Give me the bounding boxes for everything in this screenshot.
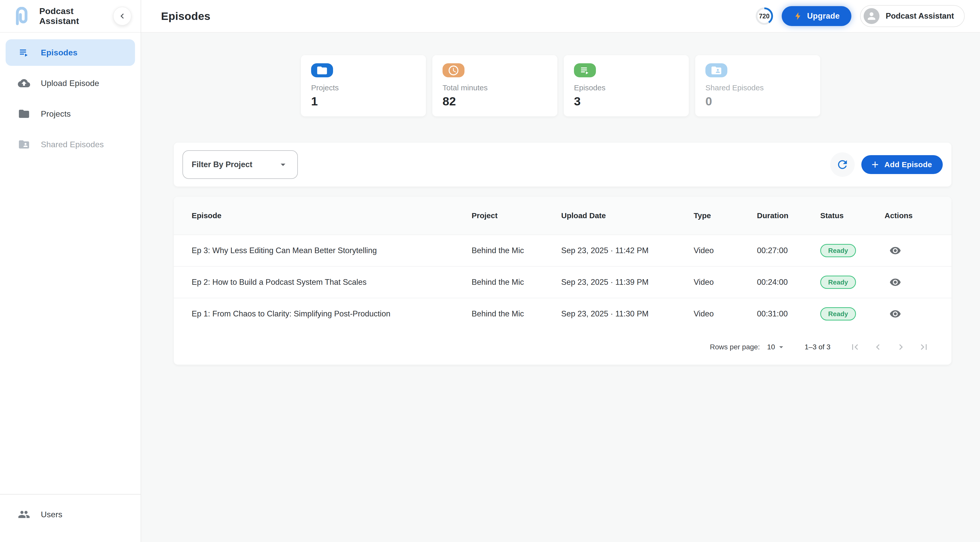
chevron-left-icon — [872, 342, 883, 353]
cell-duration: 00:24:00 — [757, 278, 820, 287]
folder-shared-icon — [18, 138, 30, 151]
topbar-actions: 720 Upgrade Podcast Assistant — [756, 5, 965, 27]
cell-project: Behind the Mic — [472, 278, 561, 287]
cell-episode: Ep 3: Why Less Editing Can Mean Better S… — [192, 246, 472, 255]
upgrade-button[interactable]: Upgrade — [782, 6, 852, 26]
stat-card-projects: Projects 1 — [301, 55, 426, 116]
toolbar-actions: Add Episode — [830, 153, 943, 177]
playlist-play-icon — [574, 63, 596, 77]
stat-value: 82 — [442, 94, 547, 108]
eye-icon — [889, 277, 901, 288]
rows-per-page-select[interactable]: 10 — [767, 342, 786, 352]
stat-label: Shared Episodes — [705, 83, 810, 92]
column-header-upload-date: Upload Date — [561, 211, 694, 220]
users-icon — [18, 508, 30, 521]
cell-episode: Ep 2: How to Build a Podcast System That… — [192, 278, 472, 287]
caret-down-icon — [277, 159, 289, 170]
view-episode-button[interactable] — [886, 305, 904, 323]
avatar — [864, 8, 880, 24]
status-badge: Ready — [820, 276, 856, 289]
stat-label: Projects — [311, 83, 416, 92]
toolbar-card: Filter By Project Add Episode — [174, 143, 951, 186]
eye-icon — [889, 245, 901, 256]
eye-icon — [889, 308, 901, 320]
column-header-type: Type — [694, 211, 757, 220]
plus-icon — [870, 159, 880, 170]
last-page-icon — [918, 342, 929, 353]
cell-episode: Ep 1: From Chaos to Clarity: Simplifying… — [192, 309, 472, 318]
stats-row: Projects 1 Total minutes 82 Episodes 3 — [141, 55, 980, 116]
playlist-play-icon — [18, 46, 30, 59]
add-episode-button[interactable]: Add Episode — [861, 155, 943, 174]
account-label: Podcast Assistant — [886, 11, 954, 21]
sidebar-collapse-button[interactable] — [113, 6, 131, 25]
cell-type: Video — [694, 246, 757, 255]
first-page-icon — [850, 342, 861, 353]
folder-icon — [311, 63, 333, 77]
sidebar-item-label: Upload Episode — [41, 79, 99, 88]
cell-type: Video — [694, 309, 757, 318]
next-page-button[interactable] — [891, 337, 911, 357]
column-header-status: Status — [820, 211, 885, 220]
stat-value: 1 — [311, 94, 416, 108]
last-page-button[interactable] — [914, 337, 934, 357]
filter-by-project-select[interactable]: Filter By Project — [183, 150, 298, 179]
status-badge: Ready — [820, 244, 856, 257]
view-episode-button[interactable] — [886, 242, 904, 260]
column-header-episode: Episode — [192, 211, 472, 220]
episodes-table: Episode Project Upload Date Type Duratio… — [174, 197, 951, 365]
sidebar-item-users[interactable]: Users — [6, 501, 135, 528]
refresh-button[interactable] — [830, 153, 855, 177]
view-episode-button[interactable] — [886, 273, 904, 291]
sidebar-item-upload-episode[interactable]: Upload Episode — [6, 70, 135, 97]
app-title: Podcast Assistant — [39, 6, 113, 26]
rows-per-page-label: Rows per page: — [710, 343, 760, 351]
content: Projects 1 Total minutes 82 Episodes 3 — [141, 33, 980, 542]
caret-down-icon — [776, 342, 786, 352]
table-row: Ep 1: From Chaos to Clarity: Simplifying… — [174, 298, 951, 329]
sidebar-item-label: Shared Episodes — [41, 140, 104, 149]
cell-upload-date: Sep 23, 2025 · 11:39 PM — [561, 278, 694, 287]
column-header-project: Project — [472, 211, 561, 220]
lightning-bolt-icon — [794, 11, 803, 21]
app-logo-icon — [14, 7, 29, 25]
cell-project: Behind the Mic — [472, 309, 561, 318]
pagination-range-label: 1–3 of 3 — [805, 343, 830, 351]
sidebar-footer: Users — [0, 494, 141, 542]
sidebar-item-projects[interactable]: Projects — [6, 100, 135, 127]
credits-value: 720 — [757, 9, 771, 23]
account-menu-button[interactable]: Podcast Assistant — [860, 5, 965, 27]
stat-label: Total minutes — [442, 83, 547, 92]
rows-per-page-value: 10 — [767, 343, 775, 351]
sidebar-item-label: Users — [41, 510, 62, 519]
stat-value: 3 — [574, 94, 679, 108]
cell-duration: 00:27:00 — [757, 246, 820, 255]
cell-upload-date: Sep 23, 2025 · 11:30 PM — [561, 309, 694, 318]
page-title: Episodes — [161, 10, 210, 22]
table-pagination: Rows per page: 10 1–3 of 3 — [174, 329, 951, 365]
sidebar: Podcast Assistant Episodes Upload Episod… — [0, 0, 141, 542]
stat-label: Episodes — [574, 83, 679, 92]
sidebar-nav: Episodes Upload Episode Projects Shared … — [0, 33, 141, 168]
cell-project: Behind the Mic — [472, 246, 561, 255]
table-row: Ep 3: Why Less Editing Can Mean Better S… — [174, 235, 951, 266]
cell-type: Video — [694, 278, 757, 287]
cell-upload-date: Sep 23, 2025 · 11:42 PM — [561, 246, 694, 255]
stat-card-total-minutes: Total minutes 82 — [432, 55, 557, 116]
add-episode-label: Add Episode — [884, 160, 932, 169]
sidebar-item-episodes[interactable]: Episodes — [6, 39, 135, 66]
top-bar: Episodes 720 Upgrade Podcast Assistant — [141, 0, 980, 33]
folder-icon — [18, 108, 30, 120]
cell-duration: 00:31:00 — [757, 309, 820, 318]
upgrade-label: Upgrade — [807, 11, 840, 21]
sidebar-item-shared-episodes[interactable]: Shared Episodes — [6, 131, 135, 158]
first-page-button[interactable] — [845, 337, 865, 357]
previous-page-button[interactable] — [868, 337, 888, 357]
cloud-upload-icon — [18, 77, 30, 89]
stat-card-shared-episodes: Shared Episodes 0 — [695, 55, 820, 116]
filter-select-label: Filter By Project — [192, 160, 252, 169]
sidebar-item-label: Projects — [41, 109, 71, 119]
clock-icon — [442, 63, 465, 77]
column-header-duration: Duration — [757, 211, 820, 220]
main-area: Episodes 720 Upgrade Podcast Assistant — [141, 0, 980, 542]
